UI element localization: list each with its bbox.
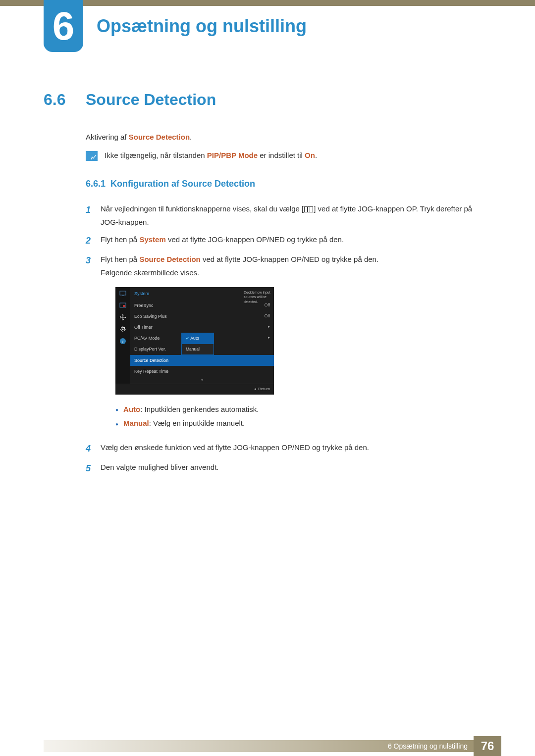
page-footer: 6 Opsætning og nulstilling 76: [0, 736, 535, 756]
osd-menu-screenshot: i System FreeSyncOff Eco Saving PlusOff …: [115, 287, 274, 394]
osd-popup-auto: Auto: [182, 333, 214, 344]
option-bullets: ●Auto: Inputkilden genkendes automatisk.…: [115, 403, 484, 431]
subsection-heading: 6.6.1 Konfiguration af Source Detection: [86, 179, 484, 189]
osd-row-sourcedetection: Source Detection: [130, 355, 274, 366]
intro-text: Aktivering af Source Detection.: [86, 133, 484, 141]
note-icon: [86, 151, 98, 161]
gear-icon: [119, 326, 127, 333]
arrows-icon: [119, 314, 127, 321]
chapter-number: 6: [53, 3, 75, 49]
step-5: 5 Den valgte mulighed bliver anvendt.: [86, 460, 484, 476]
note-text: Ikke tilgængelig, når tilstanden PIP/PBP…: [105, 151, 317, 159]
svg-rect-3: [123, 305, 125, 307]
svg-rect-0: [120, 291, 126, 295]
step-3: 3 Flyt hen på Source Detection ved at fl…: [86, 252, 484, 436]
bullet-manual: ●Manual: Vælg en inputkilde manuelt.: [115, 416, 484, 431]
chapter-title: Opsætning og nulstilling: [97, 16, 307, 37]
footer-text: 6 Opsætning og nulstilling: [388, 742, 468, 750]
section-heading: 6.6Source Detection: [44, 91, 484, 109]
section-number: 6.6: [44, 91, 86, 109]
menu-icon: [304, 206, 313, 212]
osd-row-offtimer: Off Timer▸: [130, 322, 274, 333]
step-2: 2 Flyt hen på System ved at flytte JOG-k…: [86, 233, 484, 249]
chapter-number-tab: 6: [44, 0, 83, 52]
osd-footer: ◂ Return: [115, 384, 274, 394]
pip-icon: [119, 302, 127, 309]
section-title: Source Detection: [86, 91, 216, 108]
osd-help-text: Decide how input sources will be detecte…: [244, 290, 271, 303]
osd-sidebar-icons: i: [115, 287, 130, 384]
page-number: 76: [474, 736, 501, 756]
svg-rect-1: [122, 296, 124, 296]
osd-row-keyrepeat: Key Repeat Time: [130, 366, 274, 377]
info-icon: i: [119, 338, 127, 345]
note-row: Ikke tilgængelig, når tilstanden PIP/PBP…: [86, 151, 484, 161]
osd-popup: Auto Manual: [181, 333, 214, 355]
steps-list: 1 Når vejledningen til funktionsknappern…: [86, 202, 484, 476]
svg-point-5: [122, 329, 124, 330]
bullet-auto: ●Auto: Inputkilden genkendes automatisk.: [115, 403, 484, 417]
monitor-icon: [119, 290, 127, 297]
osd-row-ecosaving: Eco Saving PlusOff: [130, 311, 274, 322]
step-1: 1 Når vejledningen til funktionsknappern…: [86, 202, 484, 229]
intro-emph: Source Detection: [129, 133, 190, 141]
osd-popup-manual: Manual: [182, 344, 214, 354]
section-content: 6.6Source Detection Aktivering af Source…: [44, 91, 484, 480]
step-4: 4 Vælg den ønskede funktion ved at flytt…: [86, 441, 484, 456]
